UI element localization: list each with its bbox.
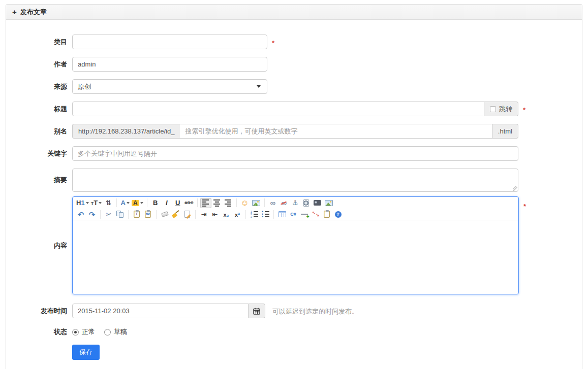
save-button[interactable]: 保存	[72, 345, 100, 360]
subscript-icon[interactable]: x₂	[221, 209, 232, 219]
unordered-list-icon[interactable]: •••	[260, 209, 271, 219]
toolbar-group: AA	[119, 198, 147, 207]
paste-text-icon[interactable]: T	[131, 209, 142, 219]
source-code-icon[interactable]	[321, 209, 332, 219]
jump-checkbox[interactable]	[490, 106, 496, 112]
editor-content-area[interactable]	[73, 220, 518, 294]
author-row: 作者	[16, 57, 572, 72]
toolbar-group: ↶↷	[75, 210, 101, 219]
toolbar-group: ✂	[103, 210, 129, 219]
insert-code-icon[interactable]: C#	[288, 209, 299, 219]
heading-icon[interactable]: H1	[75, 198, 90, 208]
font-color-icon[interactable]: A	[119, 198, 131, 208]
chevron-down-icon	[257, 85, 261, 88]
publish-time-label: 发布时间	[16, 304, 72, 316]
category-input[interactable]	[72, 35, 267, 49]
table-icon[interactable]	[276, 209, 288, 219]
copy-icon[interactable]	[114, 209, 126, 219]
underline-icon[interactable]: U	[172, 198, 183, 208]
toolbar-group	[159, 210, 196, 219]
status-radio-draft[interactable]: 草稿	[104, 327, 127, 337]
fullscreen-icon[interactable]: ↖↘	[310, 209, 321, 219]
panel-heading: + 发布文章	[6, 5, 582, 20]
link-icon[interactable]: ∞	[267, 198, 278, 208]
help-icon[interactable]: ?	[332, 209, 344, 219]
indent-icon[interactable]: ⇥	[198, 209, 209, 219]
alias-suffix: .html	[492, 124, 518, 139]
align-center-icon[interactable]	[211, 198, 223, 208]
paste-word-icon[interactable]: W	[142, 209, 153, 219]
video-icon[interactable]	[312, 198, 323, 208]
alias-input[interactable]	[180, 124, 492, 139]
quick-format-icon[interactable]	[181, 209, 193, 219]
required-asterisk: *	[272, 35, 274, 47]
align-right-icon[interactable]	[223, 198, 234, 208]
jump-checkbox-label: 跳转	[499, 105, 512, 114]
insert-file-icon[interactable]	[301, 198, 312, 208]
category-label: 类目	[16, 35, 72, 47]
insert-image-icon[interactable]: +	[251, 198, 262, 208]
redo-icon[interactable]: ↷	[86, 209, 98, 219]
toolbar-group: C#+↖↘?	[276, 210, 346, 219]
alias-url-prefix: http://192.168.238.137/article/id_	[72, 124, 180, 139]
publish-time-input[interactable]	[72, 304, 249, 318]
summary-textarea[interactable]	[72, 169, 518, 192]
toolbar-group: ∞∞⚓	[267, 198, 337, 207]
status-radio-normal[interactable]: 正常	[72, 327, 95, 337]
unlink-icon[interactable]: ∞	[278, 198, 290, 208]
author-label: 作者	[16, 57, 72, 69]
status-radio-label: 草稿	[114, 327, 127, 337]
keywords-input[interactable]	[72, 146, 518, 161]
calendar-button[interactable]	[249, 304, 265, 318]
superscript-icon[interactable]: x²	[232, 209, 243, 219]
toolbar-group	[200, 198, 237, 207]
status-row: 状态 正常草稿	[16, 325, 572, 337]
line-height-icon[interactable]: ⇅	[103, 198, 114, 208]
source-row: 来源 原创	[16, 79, 572, 94]
ordered-list-icon[interactable]: 123	[249, 209, 260, 219]
plus-icon: +	[12, 8, 17, 16]
radio-icon	[104, 329, 111, 336]
publish-time-hint: 可以延迟到选定的时间发布。	[272, 304, 358, 316]
font-size-icon[interactable]: TT	[90, 198, 103, 208]
title-row: 标题 跳转 *	[16, 102, 572, 116]
toolbar-group: ⇥⇤x₂x²	[198, 210, 246, 219]
required-asterisk: *	[523, 196, 526, 210]
clean-format-icon[interactable]	[170, 209, 181, 219]
anchor-icon[interactable]: ⚓	[290, 198, 301, 208]
content-label: 内容	[16, 241, 72, 250]
author-input[interactable]	[72, 57, 267, 72]
source-select[interactable]: 原创	[72, 79, 267, 94]
title-input[interactable]	[72, 102, 484, 116]
editor-toolbar-row1: H1TT⇅AABIUABC☺+∞∞⚓	[73, 197, 518, 209]
title-label: 标题	[16, 102, 72, 114]
insert-hr-icon[interactable]: +	[299, 209, 310, 219]
editor-toolbar-row2: ↶↷✂TW⇥⇤x₂x²123•••C#+↖↘?	[73, 209, 518, 220]
cut-icon[interactable]: ✂	[103, 209, 114, 219]
title-jump-addon[interactable]: 跳转	[484, 102, 518, 116]
align-left-icon[interactable]	[200, 198, 211, 208]
toolbar-group: TW	[131, 210, 157, 219]
italic-icon[interactable]: I	[161, 198, 172, 208]
bold-icon[interactable]: B	[150, 198, 161, 208]
emoticon-icon[interactable]: ☺	[239, 198, 251, 208]
summary-row: 摘要	[16, 169, 572, 192]
status-radio-label: 正常	[82, 327, 95, 337]
content-editor: H1TT⇅AABIUABC☺+∞∞⚓ ↶↷✂TW⇥⇤x₂x²123•••C#+↖…	[72, 196, 519, 294]
gallery-icon[interactable]	[323, 198, 334, 208]
keywords-label: 关键字	[16, 146, 72, 158]
undo-icon[interactable]: ↶	[75, 209, 86, 219]
calendar-icon	[253, 308, 260, 315]
status-label: 状态	[16, 325, 72, 337]
save-row: 保存	[16, 345, 572, 360]
required-asterisk: *	[523, 102, 525, 114]
radio-icon	[72, 329, 79, 336]
strikethrough-icon[interactable]: ABC	[183, 198, 195, 208]
source-label: 来源	[16, 79, 72, 91]
outdent-icon[interactable]: ⇤	[209, 209, 221, 219]
alias-label: 别名	[16, 124, 72, 136]
toolbar-group: H1TT⇅	[75, 198, 117, 207]
highlight-color-icon[interactable]: A	[131, 198, 144, 208]
content-row: 内容 H1TT⇅AABIUABC☺+∞∞⚓ ↶↷✂TW⇥⇤x₂x²123•••C…	[16, 196, 572, 294]
eraser-icon[interactable]	[159, 209, 170, 219]
